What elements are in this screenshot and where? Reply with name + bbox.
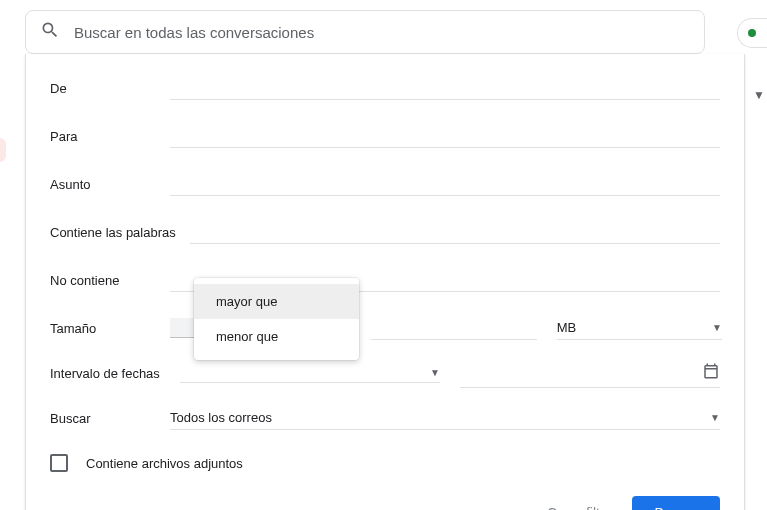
from-field[interactable] — [170, 76, 720, 100]
to-field[interactable] — [170, 124, 720, 148]
date-range-label: Intervalo de fechas — [50, 366, 180, 381]
no-words-label: No contiene — [50, 273, 170, 288]
chevron-down-icon: ▼ — [710, 412, 720, 423]
has-attachment-checkbox[interactable] — [50, 454, 68, 472]
compose-edge — [0, 138, 6, 162]
size-menu-greater[interactable]: mayor que — [194, 284, 359, 319]
date-range-select[interactable]: ▼ — [180, 363, 440, 383]
search-in-value: Todos los correos — [170, 410, 272, 425]
search-button[interactable]: Buscar — [632, 496, 720, 510]
search-in-label: Buscar — [50, 411, 170, 426]
create-filter-button[interactable]: Crear filtro — [547, 505, 612, 510]
size-value-field[interactable] — [371, 316, 536, 340]
chevron-down-icon[interactable]: ▼ — [753, 88, 765, 102]
from-label: De — [50, 81, 170, 96]
search-bar — [25, 10, 705, 54]
has-words-label: Contiene las palabras — [50, 225, 190, 240]
search-icon — [40, 20, 60, 44]
has-attachment-label: Contiene archivos adjuntos — [86, 456, 243, 471]
size-unit-value: MB — [557, 320, 577, 335]
size-menu-less[interactable]: menor que — [194, 319, 359, 354]
advanced-search-panel: De Para Asunto Contiene las palabras No … — [25, 54, 745, 510]
size-operator-menu: mayor que menor que — [194, 278, 359, 360]
size-unit-select[interactable]: MB ▼ — [557, 316, 722, 340]
to-label: Para — [50, 129, 170, 144]
calendar-icon — [702, 362, 720, 383]
chevron-down-icon: ▼ — [712, 322, 722, 333]
status-active-icon — [748, 29, 756, 37]
status-indicator[interactable] — [737, 18, 767, 48]
date-field[interactable] — [460, 358, 720, 388]
subject-field[interactable] — [170, 172, 720, 196]
search-input[interactable] — [74, 24, 690, 41]
search-in-select[interactable]: Todos los correos ▼ — [170, 406, 720, 430]
subject-label: Asunto — [50, 177, 170, 192]
size-label: Tamaño — [50, 321, 170, 336]
chevron-down-icon: ▼ — [430, 367, 440, 378]
has-words-field[interactable] — [190, 220, 720, 244]
